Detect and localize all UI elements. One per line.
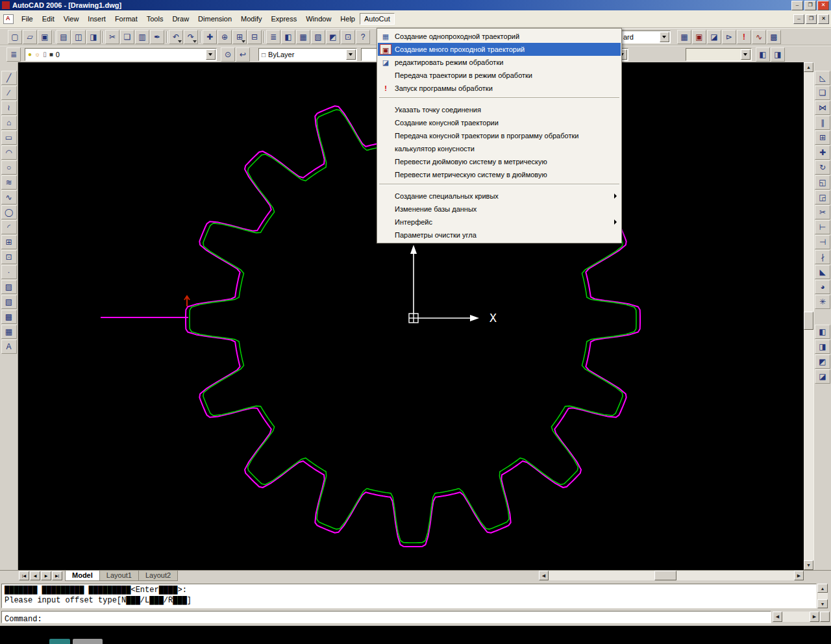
zoom-realtime-icon[interactable]: ⊕ (217, 30, 232, 44)
trim-icon[interactable]: ✂ (815, 205, 830, 219)
mirror-icon[interactable]: ⋈ (815, 101, 830, 115)
autocut-multi-pass-icon[interactable]: ▣ (692, 30, 706, 44)
menu-item-create-taper-path[interactable]: Создание конусной траектории (378, 116, 621, 129)
polyline-icon[interactable]: ≀ (1, 101, 17, 115)
mdi-close-button[interactable]: ✕ (818, 14, 829, 24)
polygon-icon[interactable]: ⌂ (1, 116, 17, 130)
properties-icon[interactable]: ≣ (266, 30, 280, 44)
redo-icon[interactable]: ↷ (184, 30, 198, 44)
spline-icon[interactable]: ∿ (1, 190, 17, 204)
tab-layout2[interactable]: Layout2 (138, 571, 178, 581)
tool-palettes-icon[interactable]: ▦ (296, 30, 310, 44)
extend-icon[interactable]: ⊢ (815, 220, 830, 234)
menu-file[interactable]: File (17, 13, 38, 25)
mdi-restore-button[interactable]: ❐ (806, 14, 817, 24)
point-icon[interactable]: ∙ (1, 265, 17, 279)
plot-style-combo[interactable] (686, 48, 752, 61)
erase-icon[interactable]: ◺ (815, 71, 830, 85)
tab-last-button[interactable]: ▶| (52, 571, 62, 580)
undo-icon[interactable]: ↶ (169, 30, 183, 44)
draw-order-front-icon[interactable]: ◧ (815, 325, 830, 339)
layer-previous-icon[interactable]: ↩ (236, 47, 250, 62)
menu-draw[interactable]: Draw (167, 13, 193, 25)
tab-layout1[interactable]: Layout1 (99, 571, 139, 581)
stretch-icon[interactable]: ◲ (815, 190, 830, 204)
autocut-database-icon[interactable]: ▩ (767, 30, 781, 44)
offset-icon[interactable]: ∥ (815, 116, 830, 130)
menu-item-transfer-path-to-machining[interactable]: Передача траектории в режим обработки (378, 69, 621, 82)
menu-item-create-special-curves[interactable]: Создание специальных кривых (378, 190, 621, 203)
menu-tools[interactable]: Tools (142, 13, 168, 25)
line-icon[interactable]: ╱ (1, 71, 17, 85)
make-block-icon[interactable]: ⊡ (1, 250, 17, 264)
plot-icon[interactable]: ▤ (56, 30, 71, 44)
sheet-set-manager-icon[interactable]: ▧ (311, 30, 325, 44)
menu-view[interactable]: View (59, 13, 84, 25)
table-icon[interactable]: ▦ (1, 325, 17, 339)
autocut-transfer-icon[interactable]: ⊳ (722, 30, 736, 44)
draw-order-above-icon[interactable]: ◩ (815, 354, 830, 369)
menu-item-interface[interactable]: Интерфейс (378, 216, 621, 229)
horizontal-scroll-thumb[interactable] (654, 571, 676, 580)
circle-icon[interactable]: ○ (1, 160, 17, 175)
scroll-left-button[interactable]: ◀ (773, 612, 782, 622)
chamfer-icon[interactable]: ◣ (815, 265, 830, 279)
autocut-run-icon[interactable]: ! (737, 30, 751, 44)
menu-item-run-machining-program[interactable]: ! Запуск программы обработки (378, 82, 621, 95)
ellipse-arc-icon[interactable]: ◜ (1, 220, 17, 234)
close-button[interactable]: ✕ (817, 1, 829, 10)
markup-set-manager-icon[interactable]: ◩ (326, 30, 340, 44)
menu-item-create-single-pass-path[interactable]: ▦ Создание однопроходной траекторий (378, 30, 621, 43)
menu-item-transfer-taper-path[interactable]: Передача конусной траектории в программу… (378, 129, 621, 142)
menu-format[interactable]: Format (110, 13, 142, 25)
menu-express[interactable]: Express (266, 13, 301, 25)
scroll-right-button[interactable]: ▶ (794, 571, 804, 580)
combo-dropdown-arrow[interactable] (206, 49, 216, 60)
construction-line-icon[interactable]: ∕ (1, 86, 17, 100)
publish-icon[interactable]: ◨ (86, 30, 101, 44)
text-style-combo[interactable]: ard (620, 31, 671, 43)
zoom-previous-icon[interactable]: ⊟ (247, 30, 262, 44)
tab-first-button[interactable]: |◀ (19, 571, 29, 580)
copy-icon[interactable]: ❏ (120, 30, 134, 44)
insert-block-icon[interactable]: ⊞ (1, 235, 17, 249)
combo-dropdown-arrow[interactable] (346, 49, 356, 60)
menu-window[interactable]: Window (301, 13, 336, 25)
menu-item-change-database[interactable]: Изменение базы данных (378, 203, 621, 216)
draw-order-below-icon[interactable]: ◪ (815, 369, 830, 384)
new-file-icon[interactable]: ▢ (8, 30, 22, 44)
mdi-minimize-button[interactable]: – (793, 14, 804, 24)
arc-icon[interactable]: ◠ (1, 145, 17, 160)
multiline-text-icon[interactable]: A (1, 340, 17, 354)
array-icon[interactable]: ⊞ (815, 130, 830, 145)
tab-next-button[interactable]: ▶ (41, 571, 51, 580)
menu-item-corner-cleanup-settings[interactable]: Параметры очистки угла (378, 229, 621, 242)
minimize-button[interactable]: – (791, 1, 803, 10)
scroll-down-button[interactable]: ▼ (817, 599, 828, 608)
command-hscrollbar[interactable]: ◀ ▶ (773, 612, 819, 622)
combo-dropdown-arrow[interactable] (741, 49, 750, 60)
fillet-icon[interactable]: ◕ (815, 280, 830, 294)
layer-combo[interactable]: ●☼▯■ 0 (25, 48, 217, 61)
plot-preview-icon[interactable]: ◫ (71, 30, 86, 44)
menu-item-edit-machining-mode[interactable]: ◪ редактировать режим обработки (378, 56, 621, 69)
scroll-right-button[interactable]: ▶ (810, 612, 819, 622)
tab-model[interactable]: Model (65, 571, 100, 581)
horizontal-scrollbar[interactable]: ◀ ▶ (539, 571, 804, 580)
command-input-line[interactable]: Command: (1, 611, 771, 623)
menu-item-taper-calculator[interactable]: калькулятор конусности (378, 142, 621, 155)
command-scrollbar[interactable]: ▲ ▼ (817, 584, 828, 608)
hatch-icon[interactable]: ▨ (1, 280, 17, 294)
menu-edit[interactable]: Edit (38, 13, 59, 25)
scroll-up-button[interactable]: ▲ (804, 62, 813, 72)
layer-states-icon[interactable]: ◧ (756, 47, 770, 62)
break-icon[interactable]: ∤ (815, 250, 830, 264)
autocut-single-pass-icon[interactable]: ▦ (677, 30, 691, 44)
quick-calc-icon[interactable]: ⊡ (341, 30, 355, 44)
scroll-up-button[interactable]: ▲ (817, 584, 828, 593)
draw-order-back-icon[interactable]: ◨ (815, 340, 830, 354)
combo-dropdown-arrow[interactable] (660, 32, 669, 42)
explode-icon[interactable]: ✳ (815, 295, 830, 309)
menu-modify[interactable]: Modify (236, 13, 266, 25)
break-at-point-icon[interactable]: ⊣ (815, 235, 830, 249)
